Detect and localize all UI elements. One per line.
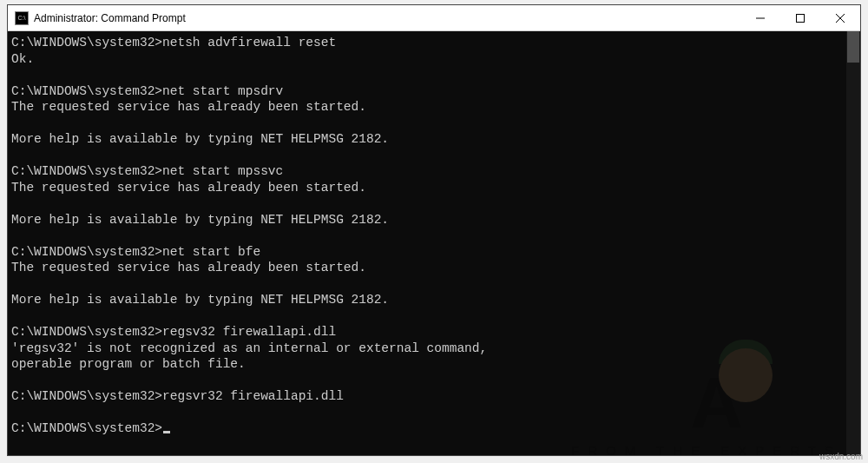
scrollbar-thumb[interactable] xyxy=(847,31,859,63)
window-controls xyxy=(740,5,860,30)
svg-rect-1 xyxy=(797,14,805,22)
scrollbar[interactable] xyxy=(846,31,860,455)
close-icon xyxy=(836,14,845,23)
terminal-area: C:\WINDOWS\system32>netsh advfirewall re… xyxy=(8,31,860,455)
titlebar[interactable]: C:\ Administrator: Command Prompt xyxy=(8,5,860,31)
maximize-button[interactable] xyxy=(780,5,820,30)
cmd-icon: C:\ xyxy=(15,11,29,25)
minimize-icon xyxy=(756,14,765,23)
window-title: Administrator: Command Prompt xyxy=(34,12,740,24)
command-prompt-window: C:\ Administrator: Command Prompt C:\WIN… xyxy=(7,4,861,456)
terminal-output[interactable]: C:\WINDOWS\system32>netsh advfirewall re… xyxy=(8,31,846,455)
maximize-icon xyxy=(796,14,805,23)
attribution: wsxdn.com xyxy=(819,452,863,461)
close-button[interactable] xyxy=(820,5,860,30)
minimize-button[interactable] xyxy=(740,5,780,30)
cursor xyxy=(163,431,170,433)
